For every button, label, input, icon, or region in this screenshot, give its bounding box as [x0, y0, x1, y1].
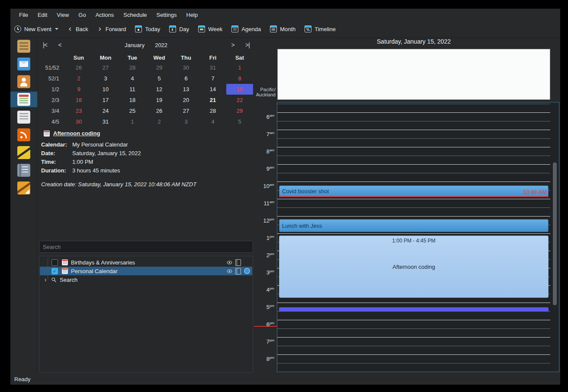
day-cell-26[interactable]: 26: [65, 62, 92, 73]
month-button[interactable]: Month: [270, 25, 295, 32]
search-input[interactable]: [39, 241, 253, 253]
day-cell-12[interactable]: 12: [146, 84, 173, 95]
today-button[interactable]: Today: [135, 25, 160, 32]
day-cell-11[interactable]: 11: [119, 84, 146, 95]
day-cell-8[interactable]: 8: [226, 73, 253, 84]
menu-schedule[interactable]: Schedule: [119, 10, 151, 20]
agenda-scrollbar[interactable]: [550, 102, 559, 372]
day-cell-31[interactable]: 31: [92, 116, 119, 127]
day-cell-28[interactable]: 28: [199, 105, 226, 116]
event-lunch-with-jess[interactable]: Lunch with Jess: [279, 219, 549, 232]
day-cell-20[interactable]: 20: [173, 95, 199, 105]
year-label[interactable]: 2022: [155, 42, 167, 48]
day-cell-3[interactable]: 3: [92, 73, 119, 84]
menu-help[interactable]: Help: [182, 10, 203, 20]
calendar-row-personal-calendar[interactable]: ✓Personal Calendar: [40, 267, 252, 275]
week-number[interactable]: 51/52: [39, 62, 65, 73]
day-cell-30[interactable]: 30: [65, 116, 92, 127]
day-cell-15[interactable]: 15: [226, 84, 253, 95]
sidebar-item-calendar[interactable]: [10, 92, 37, 107]
agenda-grid[interactable]: 10:48 AM Covid booster shotLunch with Je…: [277, 102, 550, 372]
day-cell-2[interactable]: 2: [65, 73, 92, 84]
event-marker[interactable]: [279, 307, 549, 312]
day-cell-24[interactable]: 24: [92, 105, 119, 116]
timeline-button[interactable]: Timeline: [305, 25, 336, 32]
day-cell-29[interactable]: 29: [146, 62, 173, 73]
day-cell-22[interactable]: 22: [226, 95, 253, 105]
week-number[interactable]: 2/3: [39, 95, 65, 105]
sidebar-item-popup-notes[interactable]: [10, 182, 37, 194]
day-cell-2[interactable]: 2: [146, 116, 173, 127]
week-number[interactable]: 1/2: [39, 84, 65, 95]
menu-actions[interactable]: Actions: [91, 10, 119, 20]
day-cell-27[interactable]: 27: [173, 105, 199, 116]
sidebar-item-summary[interactable]: [10, 40, 37, 53]
week-number[interactable]: 4/5: [39, 116, 65, 127]
day-cell-16[interactable]: 16: [65, 95, 92, 105]
day-cell-28[interactable]: 28: [119, 62, 146, 73]
day-cell-26[interactable]: 26: [146, 105, 173, 116]
day-cell-31[interactable]: 31: [199, 62, 226, 73]
back-button[interactable]: ‹Back: [67, 25, 88, 32]
event-title-label: Lunch with Jess: [282, 223, 322, 229]
day-cell-3[interactable]: 3: [173, 116, 199, 127]
calendar-checkbox[interactable]: [51, 259, 58, 266]
menu-go[interactable]: Go: [74, 10, 90, 20]
week-button[interactable]: Week: [198, 25, 222, 32]
menu-view[interactable]: View: [52, 10, 74, 20]
day-cell-7[interactable]: 7: [199, 73, 226, 84]
day-cell-21[interactable]: 21: [199, 95, 226, 105]
journal-book-icon[interactable]: [235, 268, 241, 274]
next-month-button[interactable]: >: [228, 40, 238, 50]
day-cell-5[interactable]: 5: [226, 116, 253, 127]
day-cell-30[interactable]: 30: [173, 62, 199, 73]
event-afternoon-coding[interactable]: 1:00 PM - 4:45 PMAfternoon coding: [279, 236, 549, 298]
agenda-button[interactable]: Agenda: [231, 25, 261, 32]
month-label[interactable]: January: [125, 42, 144, 48]
day-cell-1[interactable]: 1: [226, 62, 253, 73]
sidebar-item-journal[interactable]: [10, 164, 37, 177]
next-year-button[interactable]: >|: [242, 40, 253, 50]
expander-icon[interactable]: ›: [43, 276, 48, 283]
day-cell-19[interactable]: 19: [146, 95, 173, 105]
new-event-button[interactable]: New Event: [14, 25, 58, 32]
calendar-row-birthdays-anniversaries[interactable]: Birthdays & Anniversaries: [40, 258, 252, 267]
sidebar-item-notes[interactable]: [10, 146, 37, 159]
calendar-checkbox[interactable]: ✓: [51, 268, 58, 274]
day-cell-4[interactable]: 4: [199, 116, 226, 127]
day-cell-9[interactable]: 9: [65, 84, 92, 95]
day-cell-23[interactable]: 23: [65, 105, 92, 116]
day-cell-27[interactable]: 27: [92, 62, 119, 73]
day-cell-13[interactable]: 13: [173, 84, 199, 95]
eye-icon[interactable]: [227, 268, 232, 274]
calendar-search-row[interactable]: ›Search: [40, 275, 252, 284]
menu-file[interactable]: File: [14, 10, 33, 20]
journal-book-icon[interactable]: [235, 259, 241, 266]
day-cell-18[interactable]: 18: [119, 95, 146, 105]
sidebar-item-rss-feeds[interactable]: [10, 128, 37, 141]
calendar-color-dot: [244, 268, 250, 274]
day-cell-6[interactable]: 6: [173, 73, 199, 84]
sidebar-item-mail[interactable]: [10, 57, 37, 70]
sidebar-item-contacts[interactable]: [10, 75, 37, 88]
grid-line: [277, 147, 550, 147]
day-cell-14[interactable]: 14: [199, 84, 226, 95]
day-cell-29[interactable]: 29: [226, 105, 253, 116]
forward-button[interactable]: ›Forward: [97, 25, 126, 32]
day-button[interactable]: Day: [169, 25, 189, 32]
week-number[interactable]: 52/1: [39, 73, 65, 84]
scrollbar-thumb[interactable]: [553, 163, 557, 305]
day-cell-5[interactable]: 5: [146, 73, 173, 84]
day-cell-17[interactable]: 17: [92, 95, 119, 105]
menu-settings[interactable]: Settings: [152, 10, 182, 20]
week-number[interactable]: 3/4: [39, 105, 65, 116]
day-cell-25[interactable]: 25: [119, 105, 146, 116]
day-cell-10[interactable]: 10: [92, 84, 119, 95]
day-cell-1[interactable]: 1: [119, 116, 146, 127]
all-day-area[interactable]: [277, 49, 550, 100]
event-covid-booster-shot[interactable]: Covid booster shot: [279, 185, 549, 197]
eye-icon[interactable]: [227, 260, 232, 265]
day-cell-4[interactable]: 4: [119, 73, 146, 84]
sidebar-item-todo[interactable]: [10, 111, 37, 124]
menu-edit[interactable]: Edit: [33, 10, 52, 20]
